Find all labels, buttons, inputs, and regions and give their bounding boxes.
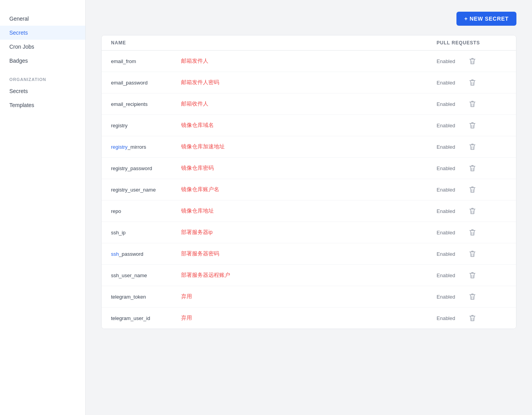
row-description: 部署服务器远程账户 <box>181 272 230 279</box>
row-status: Enabled <box>437 165 455 171</box>
row-description: 邮箱发件人密码 <box>181 79 219 86</box>
sidebar-item-cron-jobs[interactable]: Cron Jobs <box>0 40 85 54</box>
table-row: telegram_token 弃用 Enabled <box>102 286 516 308</box>
row-right: Enabled <box>437 56 507 66</box>
row-key: registry <box>111 123 173 128</box>
sidebar: General Secrets Cron Jobs Badges ORGANIZ… <box>0 0 86 415</box>
delete-button[interactable] <box>468 206 477 216</box>
row-key: ssh_password <box>111 251 173 257</box>
delete-button[interactable] <box>468 163 477 173</box>
trash-icon <box>469 208 476 215</box>
row-description: 镜像仓库地址 <box>181 208 214 215</box>
table-row: email_password 邮箱发件人密码 Enabled <box>102 72 516 93</box>
row-status: Enabled <box>437 187 455 193</box>
row-left: telegram_token 弃用 <box>111 293 437 300</box>
row-status: Enabled <box>437 273 455 278</box>
trash-icon <box>469 186 476 193</box>
main-content: + NEW SECRET NAME PULL REQUESTS email_fr… <box>86 0 532 415</box>
table-row: email_recipients 邮箱收件人 Enabled <box>102 93 516 115</box>
delete-button[interactable] <box>468 185 477 195</box>
row-left: telegram_user_id 弃用 <box>111 315 437 322</box>
delete-button[interactable] <box>468 99 477 109</box>
row-key: telegram_user_id <box>111 315 173 321</box>
sidebar-item-general[interactable]: General <box>0 12 85 26</box>
row-right: Enabled <box>437 206 507 216</box>
col-name-header: NAME <box>111 40 437 46</box>
delete-button[interactable] <box>468 292 477 302</box>
row-status: Enabled <box>437 251 455 257</box>
row-status: Enabled <box>437 230 455 236</box>
row-left: ssh_ip 部署服务器ip <box>111 229 437 236</box>
row-status: Enabled <box>437 101 455 107</box>
row-right: Enabled <box>437 185 507 195</box>
row-description: 镜像仓库加速地址 <box>181 143 225 150</box>
row-left: email_recipients 邮箱收件人 <box>111 100 437 107</box>
row-status: Enabled <box>437 294 455 300</box>
row-left: registry_password 镜像仓库密码 <box>111 165 437 172</box>
row-description: 弃用 <box>181 293 192 300</box>
row-description: 邮箱收件人 <box>181 100 208 107</box>
table-row: email_from 邮箱发件人 Enabled <box>102 51 516 72</box>
col-pull-requests-header: PULL REQUESTS <box>437 40 507 46</box>
row-left: email_password 邮箱发件人密码 <box>111 79 437 86</box>
trash-icon <box>469 315 476 322</box>
row-status: Enabled <box>437 58 455 64</box>
table-row: ssh_user_name 部署服务器远程账户 Enabled <box>102 265 516 286</box>
row-key: registry_mirrors <box>111 144 173 150</box>
table-body: email_from 邮箱发件人 Enabled email_password … <box>102 51 516 329</box>
row-key: repo <box>111 208 173 214</box>
trash-icon <box>469 143 476 150</box>
row-left: ssh_user_name 部署服务器远程账户 <box>111 272 437 279</box>
row-key: ssh_user_name <box>111 273 173 278</box>
row-description: 部署服务器ip <box>181 229 213 236</box>
trash-icon <box>469 293 476 300</box>
row-left: ssh_password 部署服务器密码 <box>111 250 437 257</box>
row-right: Enabled <box>437 313 507 323</box>
trash-icon <box>469 229 476 236</box>
row-right: Enabled <box>437 77 507 88</box>
row-right: Enabled <box>437 120 507 130</box>
sidebar-item-org-templates[interactable]: Templates <box>0 98 85 112</box>
row-description: 邮箱发件人 <box>181 58 208 65</box>
delete-button[interactable] <box>468 142 477 152</box>
new-secret-button[interactable]: + NEW SECRET <box>456 12 516 26</box>
table-row: registry_password 镜像仓库密码 Enabled <box>102 158 516 179</box>
row-right: Enabled <box>437 163 507 173</box>
row-right: Enabled <box>437 142 507 152</box>
row-key: telegram_token <box>111 294 173 300</box>
row-left: registry_user_name 镜像仓库账户名 <box>111 186 437 193</box>
delete-button[interactable] <box>468 313 477 323</box>
trash-icon <box>469 58 476 65</box>
trash-icon <box>469 272 476 279</box>
row-key: email_recipients <box>111 101 173 107</box>
row-left: repo 镜像仓库地址 <box>111 208 437 215</box>
row-description: 镜像仓库密码 <box>181 165 214 172</box>
sidebar-item-secrets[interactable]: Secrets <box>0 26 85 40</box>
secrets-table: NAME PULL REQUESTS email_from 邮箱发件人 Enab… <box>101 35 516 329</box>
table-row: ssh_ip 部署服务器ip Enabled <box>102 222 516 243</box>
row-left: email_from 邮箱发件人 <box>111 58 437 65</box>
trash-icon <box>469 165 476 172</box>
row-status: Enabled <box>437 123 455 128</box>
table-row: registry_user_name 镜像仓库账户名 Enabled <box>102 179 516 200</box>
row-right: Enabled <box>437 270 507 280</box>
row-status: Enabled <box>437 144 455 150</box>
delete-button[interactable] <box>468 249 477 259</box>
row-description: 镜像仓库域名 <box>181 122 214 129</box>
delete-button[interactable] <box>468 77 477 88</box>
row-status: Enabled <box>437 208 455 214</box>
delete-button[interactable] <box>468 120 477 130</box>
sidebar-item-org-secrets[interactable]: Secrets <box>0 84 85 98</box>
table-row: telegram_user_id 弃用 Enabled <box>102 308 516 329</box>
delete-button[interactable] <box>468 56 477 66</box>
delete-button[interactable] <box>468 270 477 280</box>
row-key: email_password <box>111 80 173 86</box>
trash-icon <box>469 122 476 129</box>
row-right: Enabled <box>437 292 507 302</box>
trash-icon <box>469 79 476 86</box>
row-right: Enabled <box>437 99 507 109</box>
table-row: registry_mirrors 镜像仓库加速地址 Enabled <box>102 136 516 158</box>
delete-button[interactable] <box>468 227 477 237</box>
sidebar-item-badges[interactable]: Badges <box>0 54 85 68</box>
row-key: email_from <box>111 58 173 64</box>
